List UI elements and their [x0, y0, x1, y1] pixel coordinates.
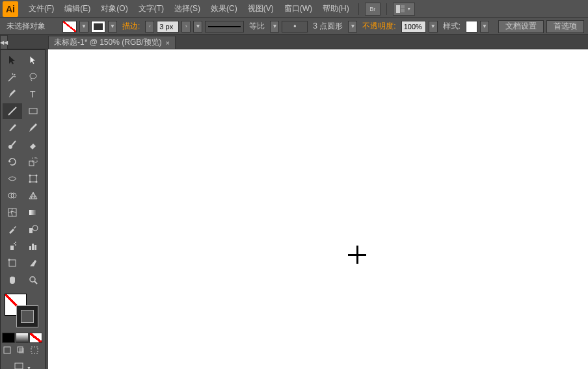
- fill-dropdown[interactable]: ▼: [79, 21, 88, 32]
- style-swatch[interactable]: [466, 21, 477, 32]
- arrow-black-icon: [7, 55, 18, 66]
- blend-tool[interactable]: [23, 222, 43, 237]
- rotate-tool[interactable]: [3, 154, 22, 170]
- menu-help[interactable]: 帮助(H): [317, 0, 354, 18]
- menu-effect[interactable]: 效果(C): [206, 0, 243, 18]
- lasso-tool[interactable]: [23, 70, 43, 85]
- svg-point-31: [30, 277, 35, 282]
- menu-object[interactable]: 对象(O): [96, 0, 133, 18]
- line-tool[interactable]: [3, 103, 22, 119]
- stroke-weight-inc[interactable]: ›: [181, 21, 191, 32]
- style-dropdown[interactable]: ▼: [480, 21, 489, 32]
- direct-selection-tool[interactable]: [23, 53, 43, 68]
- screen-mode-row: [2, 346, 44, 357]
- svg-rect-37: [15, 363, 23, 369]
- color-mode-gradient[interactable]: [16, 333, 29, 343]
- menu-view[interactable]: 视图(V): [243, 0, 279, 18]
- dock-toggle[interactable]: ◀◀: [0, 35, 8, 49]
- transform-icon: [28, 173, 38, 184]
- document-setup-button[interactable]: 文档设置: [498, 20, 544, 33]
- style-label: 样式:: [440, 21, 463, 32]
- opacity-input[interactable]: [401, 21, 426, 32]
- stroke-weight-dropdown[interactable]: ▼: [193, 21, 202, 32]
- blob-brush-tool[interactable]: [3, 137, 22, 153]
- eraser-icon: [28, 140, 38, 150]
- blend-icon: [28, 224, 38, 235]
- artboard-tool[interactable]: [3, 255, 22, 271]
- svg-line-5: [8, 107, 16, 115]
- svg-point-3: [30, 73, 36, 79]
- preferences-button[interactable]: 首选项: [546, 20, 584, 33]
- rectangle-tool[interactable]: [23, 103, 43, 119]
- toolbox: T ▼: [0, 49, 46, 369]
- magic-wand-tool[interactable]: [3, 70, 22, 85]
- menu-edit[interactable]: 编辑(E): [59, 0, 96, 18]
- graph-icon: [28, 241, 38, 251]
- svg-rect-36: [31, 347, 38, 353]
- screen-icon: [14, 363, 25, 369]
- eyedropper-tool[interactable]: [3, 222, 22, 237]
- draw-behind-button[interactable]: [16, 346, 29, 357]
- svg-rect-1: [401, 5, 405, 8]
- opacity-label[interactable]: 不透明度:: [360, 21, 398, 32]
- hand-tool[interactable]: [3, 272, 22, 288]
- menu-file[interactable]: 文件(F): [23, 0, 59, 18]
- bridge-button[interactable]: Br: [365, 3, 381, 16]
- color-mode-none[interactable]: [29, 333, 42, 343]
- svg-rect-0: [396, 5, 400, 13]
- eraser-tool[interactable]: [23, 137, 43, 153]
- free-transform-tool[interactable]: [23, 171, 43, 186]
- pen-tool[interactable]: [3, 86, 22, 102]
- zoom-tool[interactable]: [23, 272, 43, 288]
- perspective-grid-tool[interactable]: [23, 188, 43, 203]
- opacity-dropdown[interactable]: ▼: [429, 21, 438, 32]
- type-tool[interactable]: T: [23, 86, 43, 102]
- svg-rect-26: [32, 244, 34, 250]
- stroke-weight-dec[interactable]: ‹: [145, 21, 154, 32]
- menu-select[interactable]: 选择(S): [169, 0, 206, 18]
- brush-dropdown[interactable]: ▼: [270, 21, 279, 32]
- svg-rect-21: [10, 246, 14, 250]
- document-tab[interactable]: 未标题-1* @ 150% (RGB/预览) ×: [48, 36, 176, 49]
- pencil-tool[interactable]: [23, 120, 43, 136]
- canvas[interactable]: [48, 49, 588, 369]
- scale-label: 等比: [247, 21, 267, 32]
- draw-inside-icon: [31, 346, 41, 357]
- document-tab-title: 未标题-1* @ 150% (RGB/预览): [54, 37, 162, 48]
- close-tab-button[interactable]: ×: [166, 39, 170, 47]
- svg-point-14: [36, 181, 38, 183]
- menu-type[interactable]: 文字(T): [133, 0, 169, 18]
- arrange-documents-button[interactable]: ▼: [393, 3, 415, 16]
- stroke-weight-input[interactable]: [157, 21, 179, 32]
- blob-icon: [7, 140, 18, 150]
- shape-builder-tool[interactable]: [3, 188, 22, 203]
- scale-tool[interactable]: [23, 154, 43, 170]
- draw-inside-button[interactable]: [29, 346, 42, 357]
- menu-window[interactable]: 窗口(W): [279, 0, 317, 18]
- svg-point-13: [29, 181, 31, 183]
- svg-rect-2: [401, 9, 405, 12]
- symbol-sprayer-tool[interactable]: [3, 238, 22, 254]
- profile-dropdown[interactable]: ▼: [348, 21, 357, 32]
- brush-preview[interactable]: [205, 21, 244, 32]
- arrow-white-icon: [28, 55, 38, 66]
- screen-mode-button[interactable]: ▼: [3, 360, 43, 369]
- draw-normal-button[interactable]: [2, 346, 15, 357]
- slice-tool[interactable]: [23, 255, 43, 271]
- svg-point-22: [14, 243, 15, 244]
- svg-rect-10: [30, 175, 36, 182]
- column-graph-tool[interactable]: [23, 238, 43, 254]
- selection-tool[interactable]: [3, 53, 22, 68]
- stroke-color-swatch[interactable]: [16, 305, 38, 327]
- document-tab-bar: 未标题-1* @ 150% (RGB/预览) ×: [0, 35, 588, 49]
- stroke-swatch[interactable]: [91, 21, 105, 32]
- stroke-label[interactable]: 描边:: [120, 21, 142, 32]
- width-tool[interactable]: [3, 171, 22, 186]
- fill-swatch[interactable]: [62, 21, 77, 32]
- stroke-dropdown[interactable]: ▼: [108, 21, 117, 32]
- paintbrush-tool[interactable]: [3, 120, 22, 136]
- color-mode-solid[interactable]: [2, 333, 15, 343]
- mesh-tool[interactable]: [3, 205, 22, 220]
- gradient-tool[interactable]: [23, 205, 43, 220]
- profile-preview[interactable]: •: [282, 21, 308, 32]
